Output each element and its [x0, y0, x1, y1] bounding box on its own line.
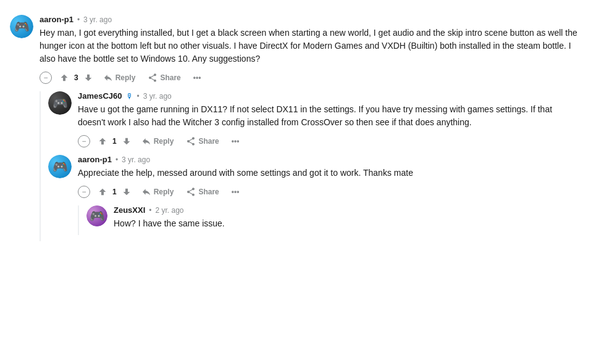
reply-button[interactable]: Reply: [136, 134, 179, 149]
verified-icon: 🎙: [126, 92, 133, 101]
upvote-button[interactable]: [95, 184, 110, 199]
downvote-button[interactable]: [81, 70, 96, 85]
comment-text: Have u got the game running in DX11? If …: [78, 103, 581, 129]
timestamp: 3 yr. ago: [143, 92, 172, 101]
vote-section: 3: [57, 70, 96, 85]
reply-thread: JamesCJ60 🎙 • 3 yr. ago Have u got the g…: [40, 91, 581, 241]
comment-body: aaron-p1 • 3 yr. ago Hey man, I got ever…: [40, 15, 581, 85]
username: aaron-p1: [40, 15, 73, 24]
reply-icon: [141, 187, 151, 197]
comment-header: JamesCJ60 🎙 • 3 yr. ago: [78, 91, 581, 101]
share-icon: [186, 187, 196, 197]
downvote-button[interactable]: [119, 134, 134, 149]
upvote-icon: [98, 136, 107, 146]
share-icon: [186, 136, 196, 146]
comment-body: JamesCJ60 🎙 • 3 yr. ago Have u got the g…: [78, 91, 581, 149]
comment-body: ZeusXXI • 2 yr. ago How? I have the same…: [114, 205, 581, 235]
upvote-button[interactable]: [57, 70, 72, 85]
reply-comment-1: JamesCJ60 🎙 • 3 yr. ago Have u got the g…: [48, 91, 581, 149]
more-button[interactable]: •••: [227, 185, 245, 199]
comment-body: aaron-p1 • 3 yr. ago Appreciate the help…: [78, 155, 581, 241]
downvote-button[interactable]: [119, 184, 134, 199]
subreply-comment-1: ZeusXXI • 2 yr. ago How? I have the same…: [86, 205, 581, 235]
share-icon: [148, 73, 157, 83]
vote-count: 1: [111, 188, 118, 196]
share-button[interactable]: Share: [181, 134, 224, 149]
share-button[interactable]: Share: [181, 184, 224, 199]
comment-text: How? I have the same issue.: [114, 217, 581, 230]
timestamp: 2 yr. ago: [156, 206, 184, 215]
share-button[interactable]: Share: [143, 70, 185, 85]
comment-actions: − 1 Reply: [78, 134, 581, 149]
vote-section: 1: [95, 184, 134, 199]
username: JamesCJ60: [78, 91, 122, 101]
downvote-icon: [122, 187, 132, 197]
reply-comment-2: aaron-p1 • 3 yr. ago Appreciate the help…: [48, 155, 581, 241]
upvote-button[interactable]: [95, 134, 110, 149]
comment-header: aaron-p1 • 3 yr. ago: [78, 155, 581, 164]
comment-header: ZeusXXI • 2 yr. ago: [114, 205, 581, 215]
upvote-icon: [59, 73, 69, 83]
collapse-button[interactable]: −: [78, 186, 90, 198]
avatar: [86, 205, 107, 226]
username: aaron-p1: [78, 155, 112, 164]
subreply-thread: ZeusXXI • 2 yr. ago How? I have the same…: [78, 205, 581, 235]
main-comment: aaron-p1 • 3 yr. ago Hey man, I got ever…: [10, 15, 581, 85]
vote-count: 1: [111, 137, 118, 146]
vote-section: 1: [95, 134, 134, 149]
downvote-icon: [122, 136, 132, 146]
comment-header: aaron-p1 • 3 yr. ago: [40, 15, 581, 24]
avatar: [48, 155, 72, 178]
comment-thread: aaron-p1 • 3 yr. ago Hey man, I got ever…: [10, 10, 581, 252]
collapse-button[interactable]: −: [78, 135, 90, 147]
reply-icon: [141, 136, 151, 146]
upvote-icon: [98, 187, 107, 197]
reply-icon: [103, 73, 113, 83]
collapse-button[interactable]: −: [40, 72, 52, 84]
timestamp: 3 yr. ago: [122, 155, 150, 164]
username: ZeusXXI: [114, 205, 145, 215]
avatar: [10, 15, 33, 38]
comment-text: Hey man, I got everything installed, but…: [40, 27, 581, 65]
downvote-icon: [83, 73, 93, 83]
vote-count: 3: [73, 73, 80, 82]
reply-button[interactable]: Reply: [136, 184, 179, 199]
more-button[interactable]: •••: [227, 134, 245, 148]
comment-actions: − 3 Reply Share: [40, 70, 581, 85]
timestamp: 3 yr. ago: [83, 15, 112, 24]
reply-button[interactable]: Reply: [98, 70, 141, 85]
avatar: [48, 91, 72, 115]
comment-text: Appreciate the help, messed around with …: [78, 167, 581, 180]
more-button[interactable]: •••: [188, 71, 206, 85]
comment-actions: − 1 Reply: [78, 184, 581, 199]
